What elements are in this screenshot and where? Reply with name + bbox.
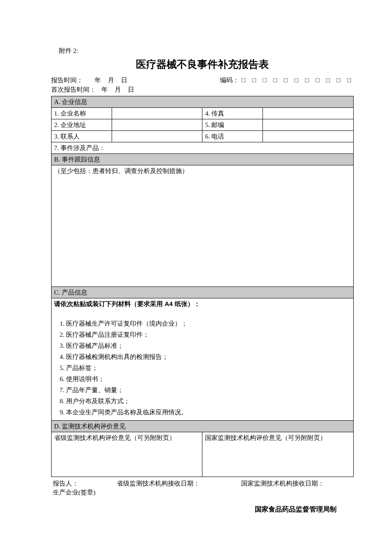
fax-label: 4. 传真 (202, 108, 263, 119)
section-a-heading: A. 企业信息 (52, 96, 354, 108)
day-label: 日 (128, 86, 134, 93)
document-title: 医疗器械不良事件补充报告表 (51, 58, 354, 71)
first-report-time-ymd: 年 月 日 (99, 85, 137, 94)
reporter-label: 报告人： (53, 480, 117, 488)
table-row: 3. 联系人 6. 电话 (52, 131, 354, 142)
section-b-heading: B. 事件跟踪信息 (52, 154, 354, 165)
list-item: 产品年产量、销量； (66, 384, 351, 396)
list-item: 医疗器械检测机构出具的检测报告； (66, 351, 351, 362)
event-tracking-cell[interactable]: （至少包括：患者转归、调查分析及控制措施） (52, 165, 354, 287)
signature-row: 报告人： 省级监测技术机构接收日期： 国家监测技术机构接收日期： (51, 480, 354, 488)
event-tracking-note: （至少包括：患者转归、调查分析及控制措施） (54, 168, 188, 174)
postcode-label: 5. 邮编 (202, 119, 263, 131)
table-row: 省级监测技术机构评价意见（可另附附页） 国家监测技术机构评价意见（可另附附页） (52, 432, 354, 477)
company-address-label: 2. 企业地址 (52, 119, 112, 131)
company-name-label: 1. 企业名称 (52, 108, 112, 119)
section-c-heading: C. 产品信息 (52, 287, 354, 298)
involved-product-label: 7. 事件涉及产品： (52, 142, 354, 154)
company-name-value[interactable] (112, 108, 202, 119)
code-label: 编码： (220, 75, 239, 85)
month-label: 月 (115, 86, 121, 93)
report-time-row: 报告时间： 年 月 日 编码： □ □ □ □ □ □ □ □ □ □ □ (51, 75, 354, 85)
table-row: 2. 企业地址 5. 邮编 (52, 119, 354, 131)
materials-instruction: 请依次粘贴或装订下列材料（要求采用 A4 纸张）： (54, 300, 200, 307)
report-time-ymd: 年 月 日 (92, 75, 130, 85)
product-info-cell: 请依次粘贴或装订下列材料（要求采用 A4 纸张）： 医疗器械生产许可证复印件（境… (52, 298, 354, 421)
province-opinion-cell[interactable]: 省级监测技术机构评价意见（可另附附页） (52, 432, 202, 477)
list-item: 医疗器械生产许可证复印件（境内企业）； (66, 318, 351, 329)
national-opinion-cell[interactable]: 国家监测技术机构评价意见（可另附附页） (202, 432, 354, 477)
contact-label: 3. 联系人 (52, 131, 112, 142)
list-item: 使用说明书； (66, 373, 351, 384)
code-boxes: □ □ □ □ □ □ □ □ □ □ □ (242, 75, 354, 85)
national-receive-label: 国家监测技术机构接收日期： (241, 480, 352, 488)
first-report-time-row: 首次报告时间： 年 月 日 (51, 85, 354, 94)
table-row: 请依次粘贴或装订下列材料（要求采用 A4 纸张）： 医疗器械生产许可证复印件（境… (52, 298, 354, 421)
month-label: 月 (108, 77, 114, 84)
table-row: 1. 企业名称 4. 传真 (52, 108, 354, 119)
form-table: A. 企业信息 1. 企业名称 4. 传真 2. 企业地址 5. 邮编 3. 联… (51, 96, 354, 477)
issuing-authority: 国家食品药品监督管理局制 (51, 505, 354, 514)
postcode-value[interactable] (263, 119, 354, 131)
day-label: 日 (121, 77, 127, 84)
list-item: 产品标签； (66, 362, 351, 373)
list-item: 本企业生产同类产品名称及临床应用情况。 (66, 407, 351, 418)
table-row: （至少包括：患者转归、调查分析及控制措施） (52, 165, 354, 287)
phone-value[interactable] (263, 131, 354, 142)
code-wrap: 编码： □ □ □ □ □ □ □ □ □ □ □ (220, 75, 354, 85)
attachment-label: 附件 2: (59, 47, 354, 55)
year-label: 年 (101, 86, 108, 93)
list-item: 医疗器械产品注册证复印件； (66, 329, 351, 340)
list-item: 医疗器械产品标准； (66, 340, 351, 351)
province-receive-label: 省级监测技术机构接收日期： (117, 480, 241, 488)
section-d-heading: D. 监测技术机构评价意见 (52, 421, 354, 432)
report-time-label: 报告时间： (51, 75, 92, 85)
list-item: 用户分布及联系方式； (66, 396, 351, 407)
table-row: 7. 事件涉及产品： (52, 142, 354, 154)
contact-value[interactable] (112, 131, 202, 142)
province-opinion-label: 省级监测技术机构评价意见（可另附附页） (54, 434, 176, 441)
materials-list: 医疗器械生产许可证复印件（境内企业）； 医疗器械产品注册证复印件； 医疗器械产品… (54, 318, 351, 418)
national-opinion-label: 国家监测技术机构评价意见（可另附附页） (205, 434, 326, 441)
first-report-time-label: 首次报告时间： (51, 85, 99, 94)
fax-value[interactable] (263, 108, 354, 119)
company-address-value[interactable] (112, 119, 202, 131)
enterprise-seal-label: 生产企业(签章) (51, 488, 354, 497)
phone-label: 6. 电话 (202, 131, 263, 142)
year-label: 年 (95, 77, 101, 84)
